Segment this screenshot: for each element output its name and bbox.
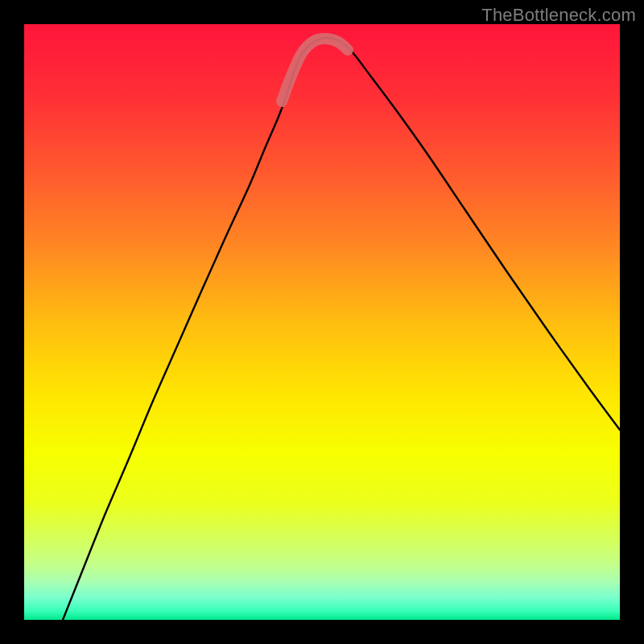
gradient-background — [24, 24, 620, 620]
watermark-text: TheBottleneck.com — [481, 5, 636, 26]
chart-frame: TheBottleneck.com — [0, 0, 644, 644]
chart-svg — [24, 24, 620, 620]
plot-area — [24, 24, 620, 620]
